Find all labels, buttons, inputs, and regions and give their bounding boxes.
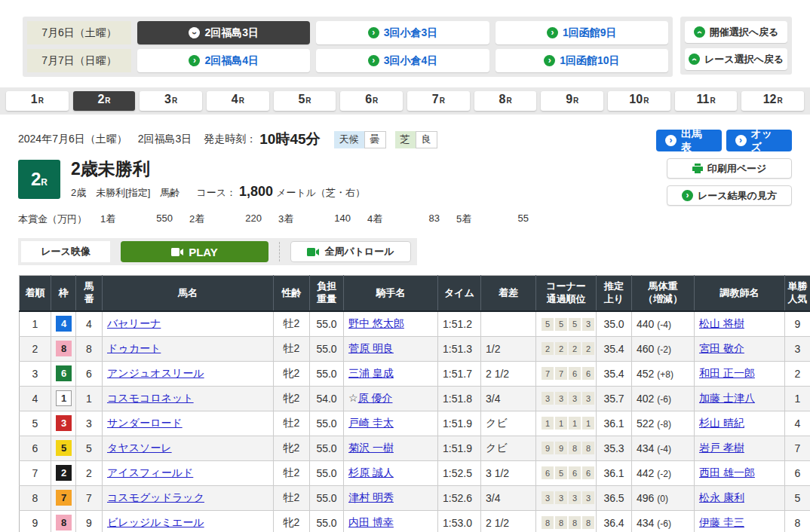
frame-number: 8 bbox=[51, 510, 76, 532]
horse-name-link[interactable]: アイスフィールド bbox=[107, 466, 193, 478]
trainer-link[interactable]: 松永 康利 bbox=[699, 491, 744, 503]
horse-name-link[interactable]: ビレッジルミエール bbox=[107, 516, 204, 528]
margin: クビ bbox=[481, 436, 536, 460]
race-tab-3r[interactable]: 3R bbox=[140, 91, 202, 111]
back-to-meeting-select-button[interactable]: ›開催選択へ戻る bbox=[685, 21, 787, 43]
horse-weight-diff: (-2) bbox=[657, 344, 671, 355]
trainer: 加藤 士津八 bbox=[695, 386, 785, 411]
horse-name-link[interactable]: コスモグッドラック bbox=[107, 491, 204, 503]
trainer-link[interactable]: 西田 雄一郎 bbox=[699, 466, 755, 478]
trainer-link[interactable]: 松山 将樹 bbox=[699, 317, 744, 329]
carried-weight: 55.0 bbox=[310, 460, 344, 485]
finish-position: 3 bbox=[20, 361, 51, 386]
meeting-label: 2回福島3日 bbox=[204, 26, 259, 40]
frame-number: 6 bbox=[51, 361, 76, 386]
horse-weight-diff: (0) bbox=[657, 494, 668, 504]
last-3f-time: 35.0 bbox=[597, 311, 632, 336]
entries-label: 出馬表 bbox=[681, 127, 713, 154]
corner-position-chip: 2 bbox=[569, 342, 581, 355]
print-page-label: 印刷用ページ bbox=[707, 162, 767, 176]
race-tab-suffix: R bbox=[506, 96, 511, 105]
finish-position: 7 bbox=[20, 460, 51, 485]
trainer-link[interactable]: 岩戸 孝樹 bbox=[699, 442, 744, 454]
horse-weight-diff: (-2) bbox=[657, 469, 671, 479]
corner-position-chip: 6 bbox=[582, 466, 594, 479]
last-3f-time: 36.5 bbox=[597, 485, 632, 510]
horse-name-link[interactable]: タヤスソーレ bbox=[107, 442, 172, 454]
play-button[interactable]: PLAY bbox=[121, 241, 268, 262]
video-camera-icon bbox=[171, 248, 183, 256]
jockey-link[interactable]: 原 優介 bbox=[358, 392, 393, 404]
prize-money-line: 本賞金（万円） 1着5502着2203着1404着835着55 bbox=[18, 212, 545, 226]
jockey-link[interactable]: 野中 悠太郎 bbox=[348, 317, 404, 329]
horse-name: ビレッジルミエール bbox=[103, 510, 274, 532]
jockey-link[interactable]: 戸崎 圭太 bbox=[348, 417, 394, 429]
race-tab-11r[interactable]: 11R bbox=[675, 91, 738, 111]
frame-number: 2 bbox=[51, 460, 76, 485]
last-3f-time: 36.4 bbox=[597, 510, 632, 532]
horse-name-link[interactable]: サンダーロード bbox=[107, 417, 183, 429]
results-header-row: 着順枠馬番馬名性齢負担重量騎手名タイム着差コーナー通過順位推定上り馬体重（増減）… bbox=[20, 276, 810, 311]
horse-name-link[interactable]: バセリーナ bbox=[107, 317, 161, 329]
meeting-button[interactable]: ›3回小倉3日 bbox=[316, 21, 489, 44]
column-header: 枠 bbox=[51, 276, 76, 311]
jockey-link[interactable]: 菅原 明良 bbox=[348, 342, 394, 354]
column-header: 調教師名 bbox=[695, 276, 785, 311]
finish-time: 1:51.8 bbox=[438, 386, 481, 411]
horse-number: 7 bbox=[76, 485, 103, 510]
jockey-link[interactable]: 津村 明秀 bbox=[348, 491, 394, 503]
last-3f-time: 35.4 bbox=[597, 336, 632, 361]
race-tab-4r[interactable]: 4R bbox=[207, 91, 269, 111]
meeting-button[interactable]: ›2回福島3日 bbox=[137, 21, 310, 44]
corner-position-chip: 2 bbox=[542, 342, 554, 355]
race-video-band: レース映像 PLAY 全周パトロール bbox=[18, 238, 417, 265]
finish-position: 2 bbox=[20, 336, 51, 361]
race-tab-12r[interactable]: 12R bbox=[741, 91, 804, 111]
corner-position-chip: 5 bbox=[555, 466, 567, 479]
meeting-button[interactable]: ›2回福島4日 bbox=[137, 49, 310, 72]
jockey-link[interactable]: 三浦 皇成 bbox=[348, 367, 394, 379]
margin: 2 1/2 bbox=[481, 510, 536, 532]
race-tab-5r[interactable]: 5R bbox=[274, 91, 336, 111]
meeting-button[interactable]: ›3回小倉4日 bbox=[316, 49, 489, 72]
weather-value: 曇 bbox=[364, 131, 386, 148]
horse-name-link[interactable]: ドゥカート bbox=[107, 342, 161, 354]
jockey-link[interactable]: 杉原 誠人 bbox=[348, 466, 394, 478]
chevron-glyph: › bbox=[695, 31, 704, 34]
horse-name-link[interactable]: アンジュオスリール bbox=[107, 367, 204, 379]
start-time-value: 10時45分 bbox=[259, 130, 320, 149]
print-page-button[interactable]: 印刷用ページ bbox=[667, 158, 792, 179]
corner-position-chip: 3 bbox=[582, 392, 594, 405]
jockey-link[interactable]: 菊沢 一樹 bbox=[348, 442, 394, 454]
meeting-button[interactable]: ›1回函館9日 bbox=[496, 21, 668, 44]
odds-button[interactable]: › オッズ bbox=[726, 130, 792, 151]
race-tab-8r[interactable]: 8R bbox=[474, 91, 537, 111]
result-row: 722アイスフィールド牡255.0杉原 誠人1:52.53 1/2656636.… bbox=[20, 460, 810, 485]
race-tab-7r[interactable]: 7R bbox=[407, 91, 470, 111]
horse-name-link[interactable]: コスモコロネット bbox=[107, 392, 194, 404]
race-tab-2r[interactable]: 2R bbox=[73, 91, 136, 111]
trainer-link[interactable]: 伊藤 圭三 bbox=[699, 516, 744, 528]
trainer-link[interactable]: 宮田 敬介 bbox=[699, 342, 744, 354]
back-to-race-select-button[interactable]: ›レース選択へ戻る bbox=[685, 48, 787, 70]
race-tab-10r[interactable]: 10R bbox=[608, 91, 670, 111]
trainer-link[interactable]: 杉山 晴紀 bbox=[699, 417, 744, 429]
race-tab-suffix: R bbox=[172, 96, 177, 105]
jockey-link[interactable]: 内田 博幸 bbox=[348, 516, 394, 528]
finish-position: 8 bbox=[20, 485, 51, 510]
trainer-link[interactable]: 加藤 士津八 bbox=[699, 392, 755, 404]
race-tab-number: 6 bbox=[365, 93, 372, 106]
patrol-video-button[interactable]: 全周パトロール bbox=[290, 241, 411, 262]
day-meeting-nav: 7月6日（土曜）›2回福島3日›3回小倉3日›1回函館9日 7月7日（日曜）›2… bbox=[23, 17, 792, 77]
race-tab-9r[interactable]: 9R bbox=[541, 91, 603, 111]
meeting-button[interactable]: ›1回函館10日 bbox=[496, 49, 668, 72]
sex-age: 牝2 bbox=[274, 436, 310, 460]
race-tab-1r[interactable]: 1R bbox=[6, 91, 69, 111]
race-tab-6r[interactable]: 6R bbox=[340, 91, 403, 111]
entries-button[interactable]: › 出馬表 bbox=[656, 130, 722, 151]
race-number-suffix: R bbox=[41, 177, 48, 188]
trainer-link[interactable]: 和田 正一郎 bbox=[699, 367, 755, 379]
corner-position-chip: 7 bbox=[542, 367, 554, 380]
prize-place: 1着 bbox=[100, 212, 133, 226]
results-guide-button[interactable]: › レース結果の見方 bbox=[667, 185, 792, 206]
